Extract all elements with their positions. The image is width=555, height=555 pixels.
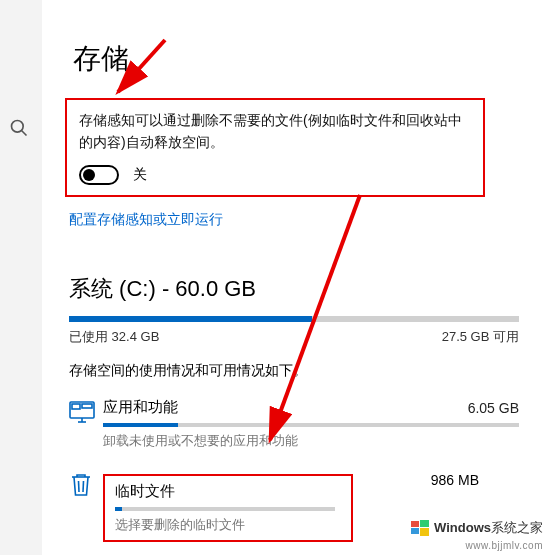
svg-rect-14 xyxy=(420,528,429,536)
trash-icon xyxy=(69,472,103,502)
system-drive-title: 系统 (C:) - 60.0 GB xyxy=(69,274,535,304)
svg-line-1 xyxy=(22,131,27,136)
drive-usage-fill xyxy=(69,316,312,322)
svg-rect-12 xyxy=(420,520,429,527)
svg-rect-13 xyxy=(411,528,419,534)
svg-line-8 xyxy=(83,481,84,492)
watermark-brand: Windows xyxy=(434,520,491,535)
configure-storage-sense-link[interactable]: 配置存储感知或立即运行 xyxy=(69,211,223,229)
category-bar-fill xyxy=(103,423,178,427)
watermark-url: www.bjjmlv.com xyxy=(466,540,543,551)
category-apps-and-features[interactable]: 应用和功能 6.05 GB 卸载未使用或不想要的应用和功能 xyxy=(69,398,519,450)
drive-usage-description: 存储空间的使用情况和可用情况如下。 xyxy=(69,362,535,380)
svg-rect-4 xyxy=(82,404,92,408)
storage-sense-highlight-box: 存储感知可以通过删除不需要的文件(例如临时文件和回收站中的内容)自动释放空间。 … xyxy=(65,98,485,197)
drive-free-label: 27.5 GB 可用 xyxy=(442,328,519,346)
drive-usage-bar: 已使用 32.4 GB 27.5 GB 可用 xyxy=(69,316,519,346)
storage-sense-description: 存储感知可以通过删除不需要的文件(例如临时文件和回收站中的内容)自动释放空间。 xyxy=(79,110,471,153)
search-icon[interactable] xyxy=(9,118,29,142)
toggle-knob xyxy=(83,169,95,181)
category-sub: 卸载未使用或不想要的应用和功能 xyxy=(103,433,519,450)
storage-sense-toggle-label: 关 xyxy=(133,166,147,184)
category-bar-fill xyxy=(115,507,122,511)
settings-left-rail xyxy=(0,0,42,555)
category-name: 临时文件 xyxy=(115,482,175,501)
watermark: Windows系统之家 xyxy=(411,519,543,537)
storage-sense-toggle[interactable] xyxy=(79,165,119,185)
svg-rect-3 xyxy=(72,404,80,409)
category-size: 986 MB xyxy=(431,472,479,488)
apps-icon xyxy=(69,401,103,427)
drive-used-label: 已使用 32.4 GB xyxy=(69,328,159,346)
watermark-suffix: 系统之家 xyxy=(491,520,543,535)
category-name: 应用和功能 xyxy=(103,398,178,417)
svg-line-7 xyxy=(79,481,80,492)
category-size: 6.05 GB xyxy=(468,400,519,416)
svg-point-0 xyxy=(12,121,24,133)
windows-logo-icon xyxy=(411,519,429,537)
svg-rect-11 xyxy=(411,521,419,527)
page-title: 存储 xyxy=(73,40,535,78)
temp-files-highlight-box: 临时文件 选择要删除的临时文件 xyxy=(103,474,353,542)
category-sub: 选择要删除的临时文件 xyxy=(115,517,341,534)
